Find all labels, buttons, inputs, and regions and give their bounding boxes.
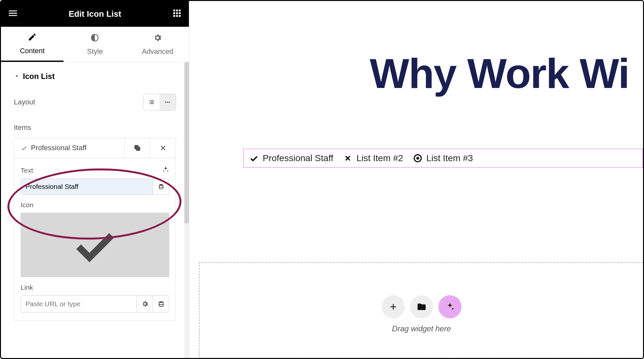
layout-toggle	[143, 94, 176, 111]
editor-sidebar: Edit Icon List Content Style Advanced Ic…	[1, 1, 189, 358]
tab-label: Style	[87, 47, 103, 56]
gear-icon	[153, 33, 162, 44]
sidebar-content: Icon List Layout Items Professional Staf…	[1, 62, 189, 358]
text-input[interactable]	[21, 179, 153, 194]
drop-zone[interactable]: Drag widget here	[199, 262, 643, 358]
tab-label: Advanced	[142, 47, 173, 56]
remove-button[interactable]	[150, 138, 176, 158]
icon-list-widget[interactable]: Professional Staff List Item #2 List Ite…	[243, 149, 643, 168]
svg-point-6	[159, 301, 163, 303]
repeater-item-text: Professional Staff	[31, 144, 86, 152]
scrollbar-thumb[interactable]	[184, 62, 189, 223]
text-input-row	[21, 179, 169, 195]
tab-advanced[interactable]: Advanced	[126, 27, 189, 62]
layout-list-button[interactable]	[143, 94, 160, 110]
icon-picker[interactable]	[21, 213, 169, 277]
dynamic-tags-button[interactable]	[153, 296, 169, 312]
repeater-item-header[interactable]: Professional Staff	[14, 138, 176, 158]
list-item: List Item #3	[414, 153, 473, 163]
repeater-item-body: Text Icon Link	[14, 158, 176, 321]
ai-icon[interactable]	[162, 166, 169, 175]
drop-hint: Drag widget here	[392, 324, 451, 333]
section-header[interactable]: Icon List	[14, 72, 176, 81]
editor-tabs: Content Style Advanced	[1, 27, 189, 62]
duplicate-button[interactable]	[124, 138, 150, 158]
icon-control: Icon	[21, 201, 169, 277]
repeater-item-title: Professional Staff	[14, 138, 124, 158]
editor-canvas[interactable]: Why Work Wi Professional Staff List Item…	[189, 1, 643, 358]
scrollbar[interactable]	[184, 62, 189, 358]
items-label: Items	[14, 123, 176, 132]
link-input-row	[21, 295, 169, 313]
close-icon	[344, 154, 352, 162]
list-item-text: List Item #2	[356, 153, 403, 163]
list-item-text: List Item #3	[426, 153, 473, 163]
sidebar-header: Edit Icon List	[1, 1, 189, 27]
ai-button[interactable]	[438, 295, 462, 318]
sidebar-title: Edit Icon List	[18, 9, 171, 19]
link-field-label: Link	[21, 284, 169, 291]
check-icon	[21, 144, 28, 151]
svg-point-0	[165, 102, 167, 103]
text-field-label: Text	[21, 166, 169, 175]
tab-content[interactable]: Content	[1, 27, 63, 62]
link-input[interactable]	[21, 296, 137, 312]
list-item: List Item #2	[344, 153, 403, 163]
folder-button[interactable]	[410, 295, 433, 318]
section-title: Icon List	[23, 72, 55, 81]
link-control: Link	[21, 284, 169, 313]
check-icon	[250, 154, 258, 162]
pencil-icon	[28, 33, 37, 44]
add-widget-button[interactable]	[382, 295, 405, 318]
contrast-icon	[90, 33, 99, 44]
svg-point-8	[416, 157, 419, 160]
caret-down-icon	[14, 72, 20, 81]
list-item-text: Professional Staff	[263, 153, 333, 163]
layout-control: Layout	[14, 94, 176, 111]
link-options-button[interactable]	[137, 296, 153, 312]
svg-rect-4	[135, 145, 138, 149]
svg-point-2	[169, 102, 170, 103]
svg-point-5	[159, 184, 163, 186]
tab-label: Content	[20, 47, 45, 55]
tab-style[interactable]: Style	[63, 27, 126, 62]
drop-zone-buttons	[382, 295, 462, 318]
menu-icon[interactable]	[7, 8, 18, 20]
list-item: Professional Staff	[250, 153, 333, 163]
dynamic-tags-button[interactable]	[153, 179, 169, 194]
icon-field-label: Icon	[21, 201, 169, 209]
svg-point-1	[167, 102, 168, 103]
page-heading: Why Work Wi	[370, 49, 629, 98]
dot-circle-icon	[414, 154, 422, 162]
apps-icon[interactable]	[171, 8, 182, 20]
layout-label: Layout	[14, 98, 35, 106]
layout-inline-button[interactable]	[160, 94, 176, 110]
check-icon	[73, 222, 118, 267]
